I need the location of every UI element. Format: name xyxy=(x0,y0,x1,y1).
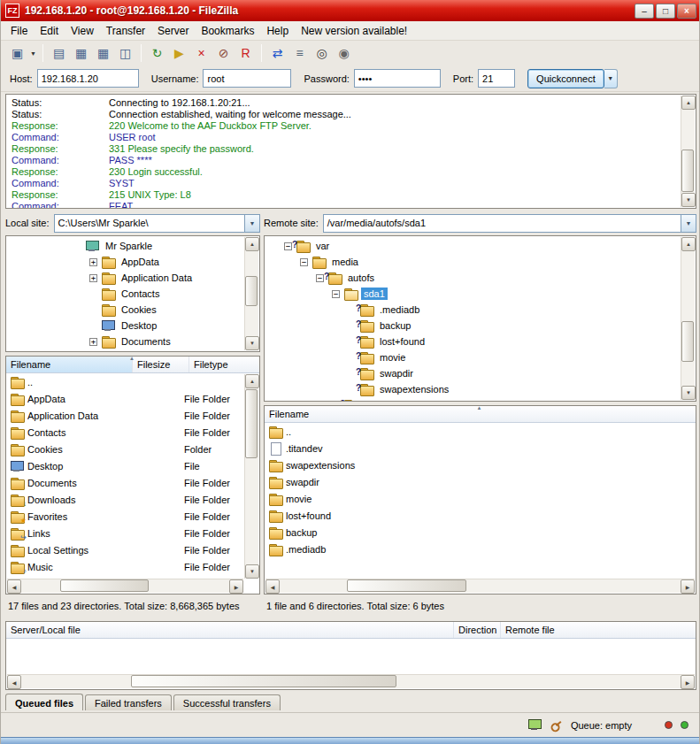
splitter-collapse-icon[interactable] xyxy=(477,405,482,410)
local-tree-vertical-scrollbar[interactable]: ▲ ▼ xyxy=(244,237,258,350)
scrollbar-thumb[interactable] xyxy=(245,389,258,458)
file-row-application-data[interactable]: Application DataFile Folder xyxy=(6,407,244,424)
tree-expander-icon[interactable]: − xyxy=(332,290,340,298)
column-header-filetype[interactable]: Filetype xyxy=(189,357,259,372)
directory-comparison-button[interactable]: ⇄ xyxy=(266,43,288,63)
password-input[interactable] xyxy=(354,69,441,88)
menu-file[interactable]: File xyxy=(4,23,34,39)
file-row-titandev[interactable]: .titandev xyxy=(265,440,696,456)
tree-item-swapdir[interactable]: ?swapdir xyxy=(265,365,681,381)
reconnect-button[interactable]: R xyxy=(235,43,257,63)
maximize-button[interactable] xyxy=(656,4,675,19)
tree-item-mr-sparkle[interactable]: Mr Sparkle xyxy=(6,238,244,254)
scrollbar-thumb[interactable] xyxy=(681,321,694,362)
cancel-button[interactable]: × xyxy=(190,43,212,63)
tab-successful-transfers[interactable]: Successful transfers xyxy=(173,694,281,710)
scrollbar-thumb[interactable] xyxy=(245,276,258,306)
minimize-button[interactable] xyxy=(635,4,654,19)
tree-item-var[interactable]: −?var xyxy=(265,238,681,254)
username-input[interactable] xyxy=(203,69,291,88)
menu-edit[interactable]: Edit xyxy=(34,23,65,39)
local-list-horizontal-scrollbar[interactable]: ◀ ▶ xyxy=(7,579,243,593)
tree-item-contacts[interactable]: Contacts xyxy=(6,286,244,302)
column-header-server-local-file[interactable]: Server/Local file xyxy=(6,622,454,638)
tree-item-media[interactable]: −media xyxy=(265,254,681,270)
remote-tree-vertical-scrollbar[interactable]: ▲ ▼ xyxy=(681,237,695,400)
tree-item-dvd[interactable]: ?dvd xyxy=(265,397,681,401)
scrollbar-thumb[interactable] xyxy=(131,675,396,687)
chevron-down-icon[interactable]: ▼ xyxy=(681,215,696,232)
tree-expander-icon[interactable]: − xyxy=(316,274,324,282)
quickconnect-dropdown-icon[interactable]: ▼ xyxy=(604,69,618,88)
file-row-local-settings[interactable]: Local SettingsFile Folder xyxy=(6,541,244,558)
find-files-button[interactable]: ◎ xyxy=(311,43,333,63)
tree-expander-icon[interactable]: − xyxy=(300,258,308,266)
tree-item-lost-found[interactable]: ?lost+found xyxy=(265,334,681,349)
port-input[interactable] xyxy=(478,69,515,88)
file-row-movie[interactable]: movie xyxy=(265,490,696,507)
scrollbar-thumb[interactable] xyxy=(60,579,149,592)
tree-item-downloads[interactable]: +Downloads xyxy=(6,349,244,351)
log-vertical-scrollbar[interactable]: ▲ ▼ xyxy=(681,96,695,207)
local-list-vertical-scrollbar[interactable]: ▲ ▼ xyxy=(244,374,258,579)
file-row-links[interactable]: ↪LinksFile Folder xyxy=(6,525,244,541)
tree-item-documents[interactable]: +Documents xyxy=(6,334,244,349)
menu-help[interactable]: Help xyxy=(260,23,295,39)
tree-item-swapextensions[interactable]: ?swapextensions xyxy=(265,381,681,397)
process-queue-button[interactable]: ▶ xyxy=(168,43,190,63)
scroll-left-icon[interactable]: ◀ xyxy=(7,579,21,594)
scroll-left-icon[interactable]: ◀ xyxy=(7,675,21,689)
local-site-combo[interactable]: C:\Users\Mr Sparkle\ ▼ xyxy=(54,214,260,233)
file-row-favorites[interactable]: ★FavoritesFile Folder xyxy=(6,508,244,525)
remote-list-horizontal-scrollbar[interactable]: ◀ ▶ xyxy=(265,579,695,593)
tab-failed-transfers[interactable]: Failed transfers xyxy=(85,694,172,710)
scroll-right-icon[interactable]: ▶ xyxy=(681,675,695,689)
tree-item-appdata[interactable]: +AppData xyxy=(6,254,244,270)
file-row-mediadb[interactable]: .mediadb xyxy=(265,541,696,557)
menu-view[interactable]: View xyxy=(65,23,100,39)
column-header-filesize[interactable]: Filesize xyxy=(133,357,189,372)
scrollbar-thumb[interactable] xyxy=(681,150,694,192)
column-header-remote-file[interactable]: Remote file xyxy=(501,622,696,638)
column-header-filename[interactable]: Filename xyxy=(6,357,133,372)
scroll-down-icon[interactable]: ▼ xyxy=(681,193,696,207)
file-row-downloads[interactable]: ↓DownloadsFile Folder xyxy=(6,491,244,508)
quickconnect-button[interactable]: Quickconnect xyxy=(527,69,604,88)
file-row-swapdir[interactable]: swapdir xyxy=(265,473,696,490)
disconnect-button[interactable]: ⊘ xyxy=(212,43,235,63)
scroll-right-icon[interactable]: ▶ xyxy=(229,579,243,594)
tree-expander-icon[interactable]: + xyxy=(89,338,97,346)
file-row-appdata[interactable]: AppDataFile Folder xyxy=(6,390,244,407)
file-row-music[interactable]: ♪MusicFile Folder xyxy=(6,558,244,575)
synchronized-browsing-button[interactable]: ≡ xyxy=(288,43,311,63)
refresh-button[interactable]: ↻ xyxy=(146,43,168,63)
toggle-local-tree-button[interactable]: ▦ xyxy=(70,43,92,63)
menu-new-version-available[interactable]: New version available! xyxy=(295,23,413,39)
tree-item-desktop[interactable]: Desktop xyxy=(6,318,244,334)
tree-item-mediadb[interactable]: ?.mediadb xyxy=(265,302,681,318)
host-input[interactable] xyxy=(37,69,139,88)
scroll-down-icon[interactable]: ▼ xyxy=(245,336,259,350)
queue-horizontal-scrollbar[interactable]: ◀ ▶ xyxy=(7,674,695,688)
scroll-up-icon[interactable]: ▲ xyxy=(681,96,696,110)
tree-item-application-data[interactable]: +Application Data xyxy=(6,270,244,286)
column-header-direction[interactable]: Direction xyxy=(454,622,501,638)
file-row-desktop[interactable]: DesktopFile xyxy=(6,457,244,474)
tree-expander-icon[interactable]: + xyxy=(89,274,97,282)
file-row-[interactable]: .. xyxy=(6,373,244,390)
file-row-[interactable]: .. xyxy=(265,423,696,440)
tree-expander-icon[interactable]: + xyxy=(89,258,97,266)
titlebar[interactable]: FZ 192.168.1.20 - root@192.168.1.20 - Fi… xyxy=(1,0,700,21)
tree-item-backup[interactable]: ?backup xyxy=(265,318,681,334)
tree-item-sda1[interactable]: −sda1 xyxy=(265,286,681,302)
scroll-up-icon[interactable]: ▲ xyxy=(245,374,259,388)
file-row-contacts[interactable]: ContactsFile Folder xyxy=(6,424,244,441)
file-row-backup[interactable]: backup xyxy=(265,524,696,541)
file-row-swapextensions[interactable]: swapextensions xyxy=(265,456,696,473)
close-button[interactable] xyxy=(677,4,696,19)
scroll-right-icon[interactable]: ▶ xyxy=(681,579,695,594)
menu-bookmarks[interactable]: Bookmarks xyxy=(195,23,260,39)
tree-item-autofs[interactable]: −?autofs xyxy=(265,270,681,286)
toggle-queue-button[interactable]: ◫ xyxy=(114,43,136,63)
scroll-up-icon[interactable]: ▲ xyxy=(245,237,259,251)
